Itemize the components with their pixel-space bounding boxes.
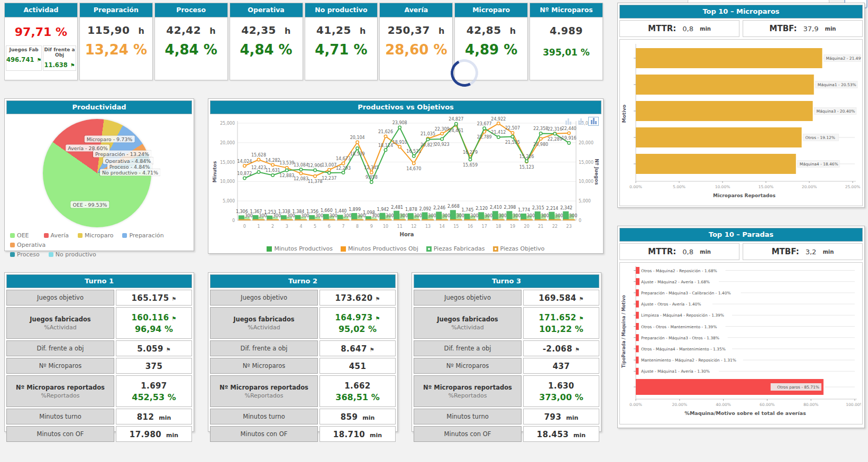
minutos-obj-point[interactable] [271,163,274,166]
minutos-productivos-point[interactable] [314,169,316,171]
bar-piezas-objetivo[interactable] [295,219,307,220]
bar-piezas-objetivo[interactable] [267,219,279,220]
minutos-obj-point[interactable] [299,172,302,174]
column-chart-icon[interactable] [588,117,599,126]
pie-legend-item[interactable]: Avería [44,231,69,240]
minutos-obj-point[interactable] [540,137,542,140]
combo-legend-item[interactable]: Minutos Productivos [267,245,333,252]
minutos-productivos-point[interactable] [370,181,373,183]
microparo-bar[interactable] [636,127,802,147]
minutos-obj-point[interactable] [497,122,500,125]
parada-bar[interactable] [636,267,639,274]
bar-piezas-fabricadas[interactable] [507,211,513,220]
bar-piezas-fabricadas[interactable] [436,211,442,220]
bar-piezas-objetivo[interactable] [563,219,575,220]
parada-bar[interactable] [636,278,639,285]
bar-piezas-objetivo[interactable] [535,219,547,220]
bar-piezas-objetivo[interactable] [520,219,533,220]
parada-bar[interactable] [636,368,638,375]
minutos-productivos-point[interactable] [342,171,344,174]
minutos-productivos-point[interactable] [568,142,570,144]
minutos-obj-point[interactable] [257,158,260,161]
minutos-productivos-point[interactable] [525,160,528,162]
microparo-bar[interactable] [636,154,796,174]
minutos-obj-point[interactable] [441,132,443,135]
minutos-obj-point[interactable] [342,162,344,164]
minutos-productivos-point[interactable] [384,149,387,151]
bar-piezas-fabricadas[interactable] [563,211,569,220]
parada-bar[interactable] [636,334,639,341]
minutos-productivos-point[interactable] [511,135,514,138]
parada-bar[interactable] [636,301,639,308]
pie-legend-item[interactable]: No productivo [49,250,96,259]
minutos-obj-point[interactable] [356,141,359,143]
minutos-productivos-point[interactable] [483,127,486,130]
bar-piezas-objetivo[interactable] [351,219,363,220]
parada-bar[interactable] [636,289,639,296]
minutos-productivos-point[interactable] [455,123,458,125]
bar-piezas-objetivo[interactable] [380,219,392,220]
minutos-productivos-point[interactable] [271,174,274,177]
bar-piezas-objetivo[interactable] [436,219,448,220]
bar-piezas-fabricadas[interactable] [422,212,428,220]
bar-piezas-objetivo[interactable] [253,219,265,220]
minutos-productivos-point[interactable] [398,126,401,128]
minutos-productivos-point[interactable] [299,168,302,171]
parada-bar[interactable] [636,312,639,319]
pie-legend-item[interactable]: OEE [10,231,29,240]
minutos-obj-point[interactable] [314,175,316,178]
minutos-obj-point[interactable] [568,132,570,134]
minutos-obj-point[interactable] [398,145,401,148]
minutos-productivos-point[interactable] [426,138,429,141]
minutos-productivos-point[interactable] [286,169,288,171]
bar-piezas-fabricadas[interactable] [492,211,498,220]
microparo-bar[interactable] [636,101,813,121]
bar-piezas-fabricadas[interactable] [549,212,555,220]
minutos-obj-point[interactable] [384,135,387,137]
minutos-obj-point[interactable] [328,169,331,171]
bar-piezas-objetivo[interactable] [507,219,519,220]
parada-bar[interactable] [636,345,639,352]
parada-bar[interactable] [636,357,638,364]
column-chart-icon[interactable] [563,117,573,126]
bar-piezas-objetivo[interactable] [394,219,406,220]
parada-bar[interactable] [636,323,639,330]
bar-piezas-objetivo[interactable] [239,219,251,220]
productividad-pie-chart[interactable]: Avería - 28.60%Microparo - 9.73%Preparac… [5,116,194,228]
combo-chart-svg[interactable]: 005,0005,00010,00010,00015,00015,00020,0… [210,116,601,245]
bar-piezas-fabricadas[interactable] [478,212,484,220]
minutos-obj-point[interactable] [511,132,514,134]
bar-piezas-objetivo[interactable] [464,219,477,220]
minutos-productivos-point[interactable] [356,147,359,150]
microparo-bar[interactable] [636,48,822,68]
pie-legend-item[interactable]: Preparación [122,231,163,240]
minutos-productivos-point[interactable] [328,171,331,174]
minutos-productivos-point[interactable] [257,171,260,173]
bar-piezas-objetivo[interactable] [309,219,321,220]
bar-piezas-objetivo[interactable] [492,219,505,220]
minutos-obj-point[interactable] [413,162,415,164]
bar-piezas-objetivo[interactable] [450,219,462,220]
bar-piezas-objetivo[interactable] [408,219,420,220]
pie-legend-item[interactable]: Operativa [10,241,45,250]
minutos-productivos-point[interactable] [540,132,542,135]
bar-piezas-fabricadas[interactable] [450,210,456,220]
pie-legend-item[interactable]: Proceso [10,250,40,259]
combo-legend-item[interactable]: Piezas Fabricadas [426,245,485,252]
pie-legend-item[interactable]: Microparo [78,231,113,240]
combo-legend-item[interactable]: Minutos Productivos Obj [341,245,418,252]
bar-piezas-fabricadas[interactable] [394,211,399,220]
bar-piezas-objetivo[interactable] [281,219,293,220]
minutos-productivos-point[interactable] [441,137,443,140]
microparos-bar-chart-svg[interactable]: Máquina2 - 21.49%Máquina1 - 20.53%Máquin… [620,40,861,206]
bar-piezas-objetivo[interactable] [366,219,378,220]
minutos-obj-point[interactable] [243,164,246,167]
minutos-productivos-point[interactable] [497,136,500,138]
minutos-obj-point[interactable] [370,171,373,173]
bar-piezas-fabricadas[interactable] [535,211,541,220]
minutos-productivos-point[interactable] [469,158,471,161]
paradas-bar-chart-svg[interactable]: Otros - Máquina2 - Reposición - 1.68%Aju… [620,263,861,424]
bar-piezas-objetivo[interactable] [549,219,561,220]
bar-piezas-objetivo[interactable] [337,219,350,220]
bar-piezas-objetivo[interactable] [323,219,335,220]
